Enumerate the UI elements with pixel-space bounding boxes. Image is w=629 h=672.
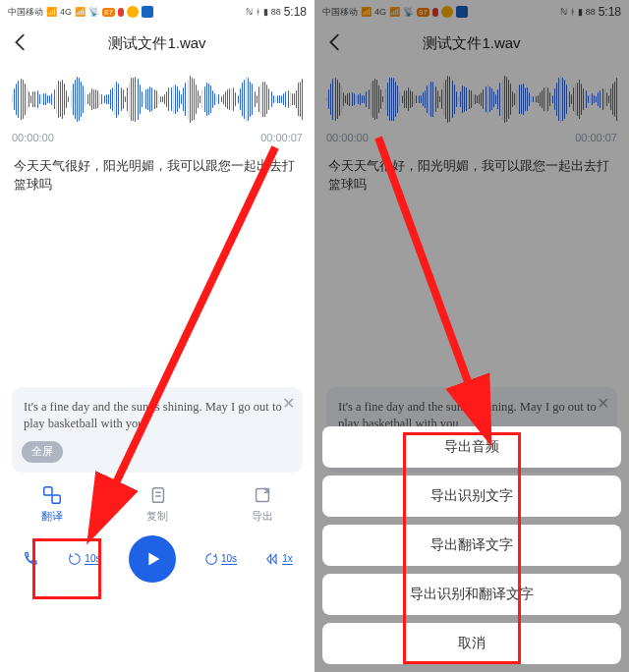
sheet-cancel[interactable]: 取消 — [322, 623, 621, 664]
translate-icon — [41, 484, 63, 506]
tab-copy[interactable]: 复制 — [128, 484, 187, 524]
forward-label: 10s — [221, 553, 237, 565]
tab-copy-label: 复制 — [146, 509, 168, 524]
action-tabs: 翻译 复制 导出 — [0, 473, 314, 530]
tab-export-label: 导出 — [252, 509, 273, 524]
signal-icon-2: 📶 — [75, 7, 86, 17]
waveform-area[interactable] — [0, 63, 314, 130]
sheet-export-translated-text[interactable]: 导出翻译文字 — [322, 525, 621, 566]
forward-10s-button[interactable]: 10s — [203, 551, 237, 567]
sheet-export-both-text[interactable]: 导出识别和翻译文字 — [322, 574, 621, 615]
speed-button[interactable]: 1x — [264, 551, 293, 567]
back-button[interactable] — [10, 31, 31, 53]
export-action-sheet: 导出音频 导出识别文字 导出翻译文字 导出识别和翻译文字 取消 — [322, 426, 621, 664]
signal-icon: 📶 — [46, 7, 57, 17]
nfc-icon: ℕ — [246, 7, 253, 17]
notif-badge-4 — [142, 6, 153, 18]
sheet-export-audio[interactable]: 导出音频 — [322, 426, 621, 468]
wifi-icon: 📡 — [88, 7, 99, 17]
close-icon[interactable]: ✕ — [282, 393, 295, 415]
time-end: 00:00:07 — [260, 132, 303, 143]
translation-text[interactable]: It's a fine day and the sun is shining. … — [24, 400, 282, 431]
time-bar: 00:00:00 00:00:07 — [0, 130, 314, 151]
notif-badge-2 — [118, 8, 124, 17]
notif-badge-3 — [127, 6, 139, 18]
svg-rect-0 — [44, 486, 52, 494]
sheet-export-recognized-text[interactable]: 导出识别文字 — [322, 476, 621, 517]
tab-translate[interactable]: 翻译 — [23, 484, 82, 524]
playback-controls: 10s 10s 1x — [0, 530, 314, 594]
phone-call-button[interactable] — [22, 550, 39, 568]
waveform — [12, 73, 303, 126]
bluetooth-icon: ᚼ — [256, 7, 260, 17]
rewind-10s-button[interactable]: 10s — [67, 551, 100, 567]
svg-rect-1 — [52, 495, 60, 503]
battery-icon: ▮ — [263, 7, 268, 17]
svg-rect-2 — [152, 487, 163, 502]
transcript-text[interactable]: 今天天气很好，阳光明媚，我可以跟您一起出去打篮球吗 — [0, 151, 314, 200]
rewind-label: 10s — [85, 553, 100, 565]
export-icon — [252, 484, 273, 506]
speed-label: 1x — [282, 553, 293, 565]
phone-screenshot-left: 中国移动 📶 4G 📶 📡 87 ℕ ᚼ ▮ 88 5:18 测试文件1.wav… — [0, 0, 314, 672]
copy-icon — [146, 484, 168, 506]
notif-badge-1: 87 — [102, 8, 115, 17]
status-bar: 中国移动 📶 4G 📶 📡 87 ℕ ᚼ ▮ 88 5:18 — [0, 0, 314, 24]
clock-text: 5:18 — [284, 5, 307, 19]
tab-translate-label: 翻译 — [41, 509, 63, 524]
page-header: 测试文件1.wav — [0, 24, 314, 63]
translation-card: It's a fine day and the sun is shining. … — [12, 387, 303, 473]
play-button[interactable] — [129, 535, 176, 583]
page-title: 测试文件1.wav — [108, 34, 205, 53]
time-start: 00:00:00 — [12, 132, 54, 143]
battery-text: 88 — [271, 7, 281, 17]
fullscreen-button[interactable]: 全屏 — [22, 441, 63, 462]
tab-export[interactable]: 导出 — [233, 484, 292, 524]
phone-screenshot-right: 中国移动 📶 4G 📶 📡 87 ℕ ᚼ ▮ 88 5:18 测试文件1.wav… — [314, 0, 629, 672]
network-type: 4G — [60, 7, 72, 17]
carrier-text: 中国移动 — [8, 6, 43, 19]
